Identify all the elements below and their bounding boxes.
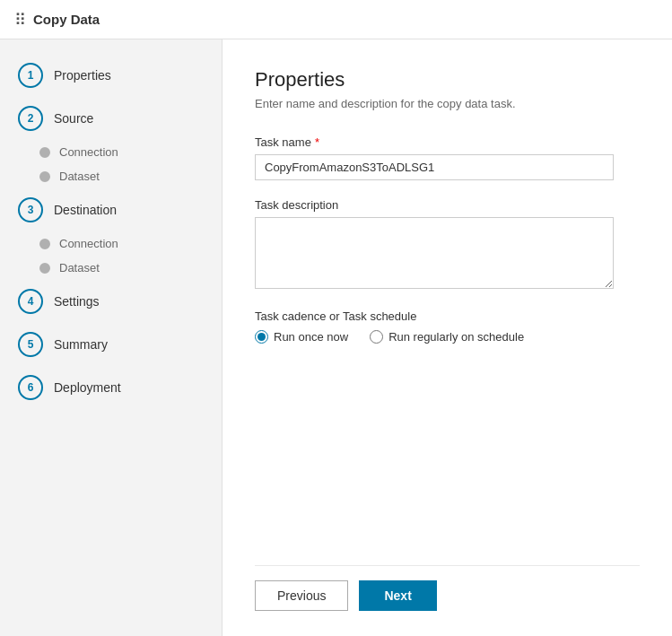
radio-run-regular-option[interactable]: Run regularly on schedule [370, 330, 524, 344]
destination-connection-item[interactable]: Connection [39, 231, 222, 256]
sub-dot-source-connection [39, 147, 50, 158]
schedule-label: Task cadence or Task schedule [255, 309, 640, 323]
task-schedule-group: Task cadence or Task schedule Run once n… [255, 309, 640, 344]
task-description-label: Task description [255, 198, 640, 212]
sidebar: 1 Properties 2 Source Connection Dataset… [0, 39, 223, 636]
sidebar-item-source[interactable]: 2 Source [0, 97, 222, 140]
task-description-input[interactable] [255, 217, 614, 289]
task-name-group: Task name * [255, 135, 640, 180]
destination-dataset-label: Dataset [59, 261, 100, 274]
task-description-group: Task description [255, 198, 640, 292]
destination-sub-items: Connection Dataset [0, 231, 222, 280]
sidebar-item-destination[interactable]: 3 Destination [0, 188, 222, 231]
sidebar-label-settings: Settings [54, 294, 100, 309]
step-circle-1: 1 [18, 63, 43, 88]
previous-button[interactable]: Previous [255, 580, 348, 611]
source-sub-items: Connection Dataset [0, 140, 222, 188]
step-circle-3: 3 [18, 197, 43, 222]
required-star: * [315, 135, 319, 149]
sidebar-label-summary: Summary [54, 337, 108, 352]
step-circle-6: 6 [18, 375, 43, 400]
task-name-label: Task name * [255, 135, 640, 149]
sidebar-item-settings[interactable]: 4 Settings [0, 280, 222, 323]
radio-group: Run once now Run regularly on schedule [255, 330, 640, 344]
page-subtitle: Enter name and description for the copy … [255, 97, 640, 110]
sub-dot-dest-connection [39, 239, 50, 249]
task-name-input[interactable] [255, 154, 614, 180]
step-circle-5: 5 [18, 332, 43, 357]
top-bar: ⠿ Copy Data [0, 0, 672, 39]
sidebar-label-source: Source [54, 111, 93, 126]
source-connection-item[interactable]: Connection [39, 140, 222, 164]
destination-dataset-item[interactable]: Dataset [39, 256, 222, 280]
radio-run-once-label: Run once now [274, 330, 348, 344]
sub-dot-dest-dataset [39, 263, 50, 274]
sidebar-label-destination: Destination [54, 203, 117, 217]
sidebar-label-properties: Properties [54, 68, 111, 83]
source-dataset-item[interactable]: Dataset [39, 164, 222, 188]
main-layout: 1 Properties 2 Source Connection Dataset… [0, 39, 672, 636]
destination-connection-label: Connection [59, 237, 118, 250]
next-button[interactable]: Next [359, 580, 436, 611]
sidebar-label-deployment: Deployment [54, 380, 121, 395]
sidebar-item-deployment[interactable]: 6 Deployment [0, 366, 222, 409]
radio-run-once-option[interactable]: Run once now [255, 330, 348, 344]
source-dataset-label: Dataset [59, 170, 100, 183]
step-circle-4: 4 [18, 289, 43, 314]
radio-run-regular-label: Run regularly on schedule [388, 330, 524, 344]
copy-data-icon: ⠿ [14, 10, 26, 30]
page-title: Properties [255, 68, 640, 91]
source-connection-label: Connection [59, 145, 118, 159]
content-area: Properties Enter name and description fo… [223, 39, 672, 636]
footer: Previous Next [255, 565, 640, 618]
app-title: Copy Data [33, 12, 100, 27]
sidebar-item-properties[interactable]: 1 Properties [0, 54, 222, 97]
radio-run-regular[interactable] [370, 330, 383, 344]
sub-dot-source-dataset [39, 171, 50, 182]
radio-run-once[interactable] [255, 330, 268, 344]
step-circle-2: 2 [18, 106, 43, 131]
sidebar-item-summary[interactable]: 5 Summary [0, 323, 222, 366]
